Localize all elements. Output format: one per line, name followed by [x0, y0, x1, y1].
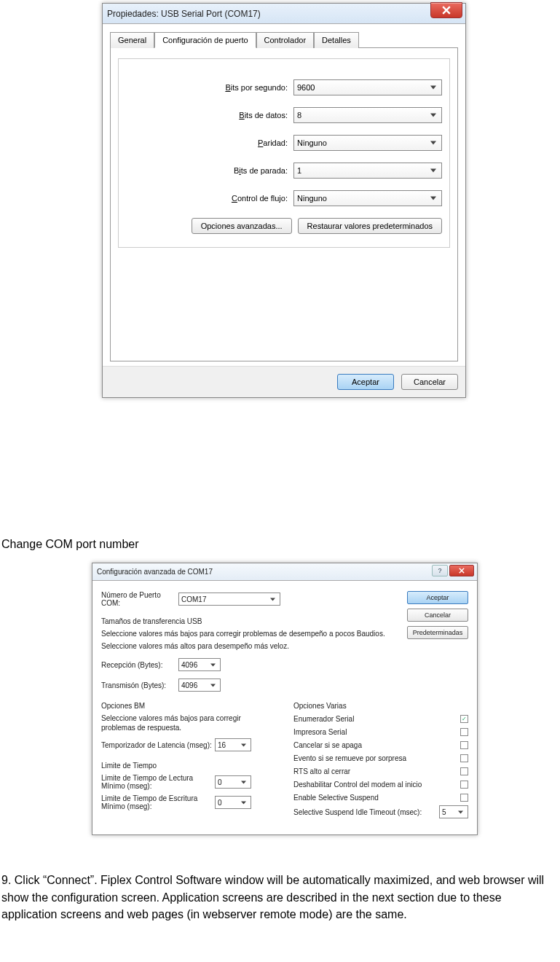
rx-combo[interactable]: 4096 — [178, 658, 221, 671]
chevron-down-icon — [238, 797, 248, 807]
chevron-down-icon — [267, 594, 277, 604]
ok-button[interactable]: Aceptar — [337, 374, 394, 390]
defaults-button[interactable]: Predeterminadas — [407, 626, 468, 639]
close-icon — [459, 568, 465, 574]
dialog2-titlebar: Configuración avanzada de COM17 ? — [92, 563, 477, 581]
misc-option-label: Enumerador Serial — [293, 715, 354, 723]
instruction-paragraph: 9. Click “Connect”. Fiplex Control Softw… — [1, 872, 559, 923]
checkbox[interactable] — [460, 715, 468, 723]
misc-option-row: Enable Selective Suspend — [293, 792, 468, 802]
field-label: Bits de parada: — [126, 166, 293, 175]
cancel-button[interactable]: Cancelar — [407, 609, 468, 622]
com-port-combo[interactable]: COM17 — [178, 593, 280, 606]
chevron-down-icon — [428, 82, 438, 93]
com-port-label: Número de Puerto COM: — [101, 591, 178, 607]
misc-title: Opciones Varias — [293, 702, 468, 710]
field-row: Bits por segundo:9600 — [126, 79, 442, 95]
chevron-down-icon — [428, 110, 438, 120]
field-row: Bits de datos:8 — [126, 107, 442, 123]
checkbox[interactable] — [460, 767, 468, 775]
ok-button[interactable]: Aceptar — [407, 591, 468, 604]
field-label: Control de flujo: — [126, 194, 293, 203]
chevron-down-icon — [428, 138, 438, 148]
usb-desc-2: Seleccione valores más altos para desemp… — [101, 641, 468, 651]
tab-general[interactable]: General — [110, 32, 154, 48]
tab-port-config[interactable]: Configuración de puerto — [154, 32, 256, 48]
misc-option-label: Cancelar si se apaga — [293, 741, 362, 749]
tx-label: Transmisón (Bytes): — [101, 681, 178, 689]
chevron-down-icon — [455, 807, 465, 817]
checkbox[interactable] — [460, 781, 468, 789]
latency-label: Temporizador de Latencia (mseg): — [101, 741, 215, 749]
read-timeout-label: Limite de Tiempo de Lectura Mínimo (mseg… — [101, 774, 215, 790]
misc-option-row: Impresora Serial — [293, 727, 468, 737]
section-heading: Change COM port number — [1, 536, 559, 552]
advanced-config-dialog: Configuración avanzada de COM17 ? Acepta… — [92, 563, 478, 835]
panel-button-row: Opciones avanzadas... Restaurar valores … — [126, 218, 442, 234]
advanced-options-button[interactable]: Opciones avanzadas... — [192, 218, 292, 234]
misc-option-row: Deshabilitar Control del modem al inicio — [293, 779, 468, 789]
field-combo[interactable]: Ninguno — [293, 135, 442, 151]
latency-combo[interactable]: 16 — [215, 738, 251, 751]
checkbox[interactable] — [460, 794, 468, 802]
idle-timeout-combo[interactable]: 5 — [439, 805, 468, 818]
close-icon — [442, 6, 451, 15]
misc-option-label: RTS alto al cerrar — [293, 767, 350, 775]
field-combo[interactable]: 8 — [293, 107, 442, 123]
misc-option-label: Evento si se remueve por sorpresa — [293, 754, 406, 762]
tab-panel: Bits por segundo:9600Bits de datos:8Pari… — [110, 48, 458, 361]
misc-column: Opciones Varias Enumerador SerialImpreso… — [293, 702, 468, 821]
chevron-down-icon — [208, 680, 218, 690]
dialog-title: Propiedades: USB Serial Port (COM17) — [107, 9, 261, 19]
field-row: Paridad:Ninguno — [126, 135, 442, 151]
close-button[interactable] — [449, 565, 474, 576]
tab-strip: General Configuración de puerto Controla… — [110, 31, 458, 48]
dialog-footer: Aceptar Cancelar — [103, 366, 465, 397]
field-row: Control de flujo:Ninguno — [126, 190, 442, 206]
timeout-title: Limite de Tiempo — [101, 762, 276, 770]
chevron-down-icon — [428, 193, 438, 203]
field-combo[interactable]: 1 — [293, 163, 442, 179]
restore-defaults-button[interactable]: Restaurar valores predeterminados — [298, 218, 442, 234]
dialog2-button-column: Aceptar Cancelar Predeterminadas — [407, 591, 468, 639]
tab-details[interactable]: Detalles — [314, 32, 359, 48]
checkbox[interactable] — [460, 754, 468, 762]
help-button[interactable]: ? — [432, 565, 448, 576]
chevron-down-icon — [238, 740, 248, 750]
field-combo[interactable]: Ninguno — [293, 190, 442, 206]
misc-option-label: Deshabilitar Control del modem al inicio — [293, 781, 422, 789]
field-group: Bits por segundo:9600Bits de datos:8Pari… — [118, 58, 450, 248]
properties-dialog: Propiedades: USB Serial Port (COM17) Gen… — [102, 3, 466, 398]
misc-option-label: Impresora Serial — [293, 728, 347, 736]
checkbox[interactable] — [460, 728, 468, 736]
field-label: Paridad: — [126, 138, 293, 147]
write-timeout-label: Limite de Tiempo de Escritura Mínimo (ms… — [101, 794, 215, 810]
misc-option-row: RTS alto al cerrar — [293, 766, 468, 776]
rx-label: Recepción (Bytes): — [101, 661, 178, 669]
cancel-button[interactable]: Cancelar — [401, 374, 458, 390]
close-button[interactable] — [430, 2, 462, 18]
tx-combo[interactable]: 4096 — [178, 679, 221, 692]
bm-title: Opciones BM — [101, 702, 276, 710]
bm-column: Opciones BM Seleccione valores más bajos… — [101, 702, 276, 821]
field-combo[interactable]: 9600 — [293, 79, 442, 95]
chevron-down-icon — [428, 165, 438, 176]
chevron-down-icon — [238, 777, 248, 787]
bm-desc: Seleccione valores más bajos para correg… — [101, 713, 276, 732]
read-timeout-combo[interactable]: 0 — [215, 775, 251, 789]
misc-option-label: Enable Selective Suspend — [293, 794, 379, 802]
misc-option-row: Evento si se remueve por sorpresa — [293, 753, 468, 763]
checkbox[interactable] — [460, 741, 468, 749]
misc-option-row: Cancelar si se apaga — [293, 740, 468, 750]
dialog2-title: Configuración avanzada de COM17 — [97, 568, 213, 576]
misc-option-row: Enumerador Serial — [293, 713, 468, 724]
dialog-titlebar: Propiedades: USB Serial Port (COM17) — [103, 4, 465, 24]
field-row: Bits de parada:1 — [126, 163, 442, 179]
idle-timeout-label: Selective Suspend Idle Timeout (msec): — [293, 808, 422, 816]
chevron-down-icon — [208, 660, 218, 670]
tab-controller[interactable]: Controlador — [256, 32, 314, 48]
write-timeout-combo[interactable]: 0 — [215, 796, 251, 809]
field-label: Bits de datos: — [126, 111, 293, 120]
field-label: Bits por segundo: — [126, 83, 293, 92]
